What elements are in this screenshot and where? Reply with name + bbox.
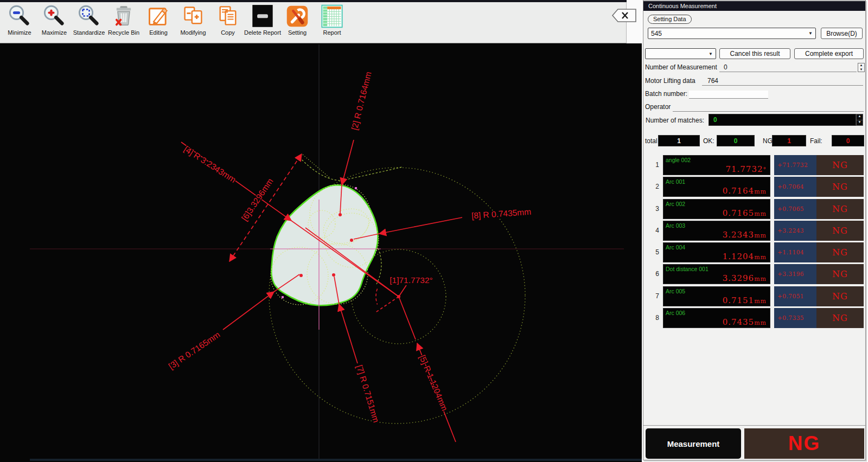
result-row-4[interactable]: 4 Arc 003 3.2343mm +3.2243 NG: [644, 221, 865, 241]
result-row-6[interactable]: 6 Dot distance 001 3.3296mm +3.3196 NG: [644, 264, 865, 284]
result-block: +1.1104 NG: [774, 242, 864, 262]
feature-status: NG: [816, 264, 864, 284]
toolbar-item-label: Minimize: [8, 29, 31, 36]
complete-export-button[interactable]: Complete export: [794, 48, 864, 59]
toolbar-recycle-bin[interactable]: Recycle Bin: [106, 2, 141, 36]
measurement-scene: [2] R 0.7164mm[4] R 3.2343mm[6]3.3296mm[…: [0, 43, 642, 462]
result-row-8[interactable]: 8 Arc 006 0.7435mm +0.7335 NG: [644, 308, 865, 328]
dim-3-label: [3] R 0.7165mm: [167, 330, 222, 371]
toolbar-delete-report[interactable]: Delete Report: [245, 2, 280, 36]
row-index: 5: [644, 242, 663, 262]
result-row-2[interactable]: 2 Arc 001 0.7164mm +0.7064 NG: [644, 177, 865, 197]
feature-name: Dot distance 001: [666, 266, 709, 272]
result-combobox[interactable]: ▼: [645, 48, 716, 59]
zoom-out-magnifier-icon: [8, 4, 31, 28]
toolbar-item-label: Report: [323, 29, 341, 36]
operator-field[interactable]: [673, 104, 864, 112]
motor-lifting-field[interactable]: [702, 78, 863, 86]
toolbar-modifying[interactable]: Modifying: [176, 2, 210, 36]
toolbar-maximize[interactable]: Maximize: [37, 2, 72, 36]
result-block: +71.7732 NG: [774, 155, 864, 175]
zoom-fit-magnifier-icon: [77, 4, 101, 28]
measurement-count-field[interactable]: [719, 64, 857, 72]
ok-count: 0: [717, 135, 755, 146]
feature-value: 0.7164mm: [723, 186, 767, 196]
row-index: 7: [644, 286, 663, 306]
matches-stepper[interactable]: ▲▼: [856, 114, 863, 126]
feature-name: Arc 006: [666, 310, 685, 316]
feature-deviation: +0.7051: [774, 286, 816, 306]
row-index: 3: [644, 199, 663, 219]
feature-status: NG: [816, 308, 864, 328]
result-row-5[interactable]: 5 Arc 004 1.1204mm +1.1104 NG: [644, 242, 865, 262]
feature-cell: Dot distance 001 3.3296mm: [663, 264, 770, 284]
main-toolbar: Minimize Maximize Standardize Recycle Bi…: [0, 2, 627, 43]
result-row-3[interactable]: 3 Arc 002 0.7165mm +0.7065 NG: [644, 199, 865, 219]
browse-button[interactable]: Browse(D): [821, 28, 863, 39]
recycle-bin-icon: [112, 4, 136, 28]
toolbar-report[interactable]: Report: [315, 2, 349, 36]
operator-label: Operator: [645, 103, 671, 111]
matches-label: Number of matches:: [646, 117, 704, 124]
feature-value: 0.7165mm: [723, 208, 767, 218]
feature-cell: Arc 003 3.2343mm: [663, 221, 770, 241]
canvas-bottom-edge: [30, 459, 642, 461]
toolbar-minimize[interactable]: Minimize: [2, 2, 37, 36]
panel-title: Continuous Measurement: [643, 1, 865, 11]
result-block: +0.7335 NG: [774, 308, 864, 328]
fail-label: Fail:: [810, 137, 822, 145]
feature-status: NG: [816, 177, 864, 197]
modify-pages-icon: [181, 4, 205, 28]
toolbar-item-label: Recycle Bin: [108, 29, 139, 36]
fitted-arc: [341, 167, 402, 181]
collapse-panel-button[interactable]: [611, 8, 637, 23]
toolbar-editing[interactable]: Editing: [141, 2, 176, 36]
feature-name: Arc 002: [666, 201, 685, 207]
results-table: 1 angle 002 71.7732° +71.7732 NG2 Arc 00…: [644, 155, 865, 330]
feature-name: angle 002: [666, 157, 691, 163]
tools-icon: [285, 4, 309, 28]
ng-count: 1: [772, 135, 806, 146]
matches-field[interactable]: 0: [709, 114, 856, 126]
row-index: 6: [644, 264, 663, 284]
result-block: +0.7051 NG: [774, 286, 864, 306]
measurement-count-stepper[interactable]: ▲▼: [858, 63, 865, 72]
toolbar-copy[interactable]: Copy: [210, 2, 245, 36]
chevron-down-icon: ▼: [709, 52, 713, 56]
toolbar-item-label: Modifying: [180, 29, 206, 36]
fitted-arc: [299, 157, 341, 181]
matches-value: 0: [709, 116, 717, 124]
feature-value: 3.2343mm: [723, 230, 767, 240]
extension-line: [303, 155, 330, 178]
result-block: +0.7065 NG: [774, 199, 864, 219]
chevron-down-icon: ▼: [808, 31, 813, 36]
dim-2-label: [2] R 0.7164mm: [349, 70, 373, 131]
dim-6-label: [6]3.3296mm: [240, 177, 275, 223]
measurement-viewport[interactable]: [2] R 0.7164mm[4] R 3.2343mm[6]3.3296mm[…: [0, 43, 642, 462]
cancel-result-button[interactable]: Cancel this result: [719, 48, 790, 59]
edge-tick: [355, 187, 357, 189]
feature-cell: angle 002 71.7732°: [663, 155, 770, 175]
batch-number-label: Batch number:: [645, 90, 687, 98]
measurement-button[interactable]: Measurement: [646, 428, 741, 459]
feature-cell: Arc 002 0.7165mm: [663, 199, 770, 219]
total-count: 1: [658, 135, 700, 146]
toolbar-setting[interactable]: Setting: [280, 2, 315, 36]
edge-tick: [282, 296, 284, 298]
result-row-7[interactable]: 7 Arc 005 0.7151mm +0.7051 NG: [644, 286, 865, 306]
measured-part-outline: [271, 185, 378, 305]
toolbar-item-label: Delete Report: [244, 29, 281, 36]
dataset-combobox[interactable]: 545 ▼: [648, 28, 816, 39]
dim-4-label: [4] R 3.2343mm: [182, 144, 238, 184]
toolbar-item-label: Copy: [221, 29, 235, 36]
panel-footer: Measurement NG: [643, 425, 865, 460]
feature-cell: Arc 004 1.1204mm: [663, 242, 770, 262]
result-row-1[interactable]: 1 angle 002 71.7732° +71.7732 NG: [644, 155, 865, 175]
batch-number-field[interactable]: [689, 91, 768, 99]
feature-deviation: +71.7732: [774, 155, 816, 175]
feature-value: 3.3296mm: [723, 273, 767, 283]
feature-cell: Arc 005 0.7151mm: [663, 286, 770, 306]
row-index: 1: [644, 155, 663, 175]
toolbar-standardize[interactable]: Standardize: [72, 2, 106, 36]
feature-deviation: +0.7065: [774, 199, 816, 219]
